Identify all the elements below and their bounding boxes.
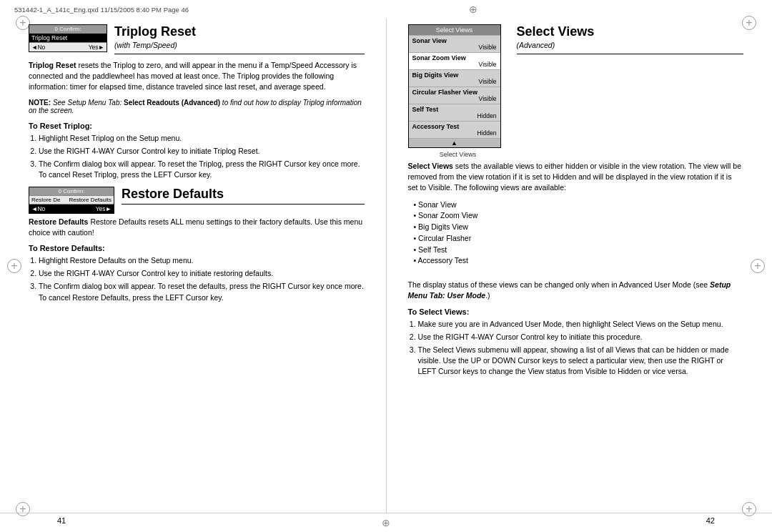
sv-row-sonar-zoom-view: Sonar Zoom View Visible (409, 52, 500, 69)
sv-row-big-digits-view: Big Digits View Visible (409, 69, 500, 87)
left-page-number: 41 (57, 516, 66, 529)
select-step-1: Make sure you are in Advanced User Mode,… (418, 319, 744, 330)
reset-step-3: The Confirm dialog box will appear. To r… (39, 159, 365, 180)
views-list: Sonar View Sonar Zoom View Big Digits Vi… (414, 200, 744, 267)
restore-step-3: The Confirm dialog box will appear. To r… (39, 281, 365, 302)
restore-device-box: 0 Confirm: Restore De Restore Defaults ◄… (29, 187, 114, 214)
sv-row-accessory-test: Accessory Test Hidden (409, 121, 500, 138)
restore-device-image: 0 Confirm: Restore De Restore Defaults ◄… (29, 187, 114, 214)
restore-step-2: Use the RIGHT 4-WAY Cursor Control key t… (39, 268, 365, 279)
restore-step-1: Highlight Restore Defaults on the Setup … (39, 255, 365, 266)
triplog-device-image: 0 Confirm: Triplog Reset ◄No Yes► (29, 24, 107, 52)
triplog-device-box: 0 Confirm: Triplog Reset ◄No Yes► (29, 24, 107, 52)
file-info: 531442-1_A_141c_Eng.qxd 11/15/2005 8:40 … (14, 6, 189, 14)
restore-row1: Restore De Restore Defaults (29, 195, 114, 204)
triplog-body: Triplog Reset resets the Triplog to zero… (29, 60, 365, 93)
view-item-self-test: Self Test (414, 245, 744, 256)
to-reset-heading: To Reset Triplog: (29, 122, 365, 130)
to-restore-heading: To Restore Defaults: (29, 244, 365, 252)
header-bar: 531442-1_A_141c_Eng.qxd 11/15/2005 8:40 … (0, 0, 772, 19)
right-page-number: 42 (706, 516, 715, 529)
page-container: 531442-1_A_141c_Eng.qxd 11/15/2005 8:40 … (0, 0, 772, 532)
sv-row-circular-flasher-view: Circular Flasher View Visible (409, 87, 500, 104)
triplog-note: NOTE: See Setup Menu Tab: Select Readout… (29, 99, 365, 114)
reset-steps-list: Highlight Reset Triplog on the Setup men… (39, 133, 365, 181)
triplog-bold: Triplog Reset (29, 61, 76, 69)
sv-row-self-test: Self Test Hidden (409, 104, 500, 121)
restore-divider (122, 204, 365, 205)
view-item-accessory-test: Accessory Test (414, 255, 744, 267)
select-step-3: The Select Views submenu will appear, sh… (418, 345, 744, 378)
right-page: Select Views Sonar View Visible Sonar Zo… (387, 19, 773, 513)
restore-body: Restore Defaults Restore Defaults resets… (29, 217, 365, 238)
select-views-divider (517, 54, 744, 54)
select-views-widget: Select Views Sonar View Visible Sonar Zo… (408, 24, 501, 148)
select-views-body: Select Views sets the available views to… (408, 161, 744, 194)
triplog-row-selected: Triplog Reset (29, 33, 107, 42)
sv-header: Select Views (409, 25, 500, 35)
restore-confirm-label: 0 Confirm: (29, 187, 114, 195)
select-steps-list: Make sure you are in Advanced User Mode,… (418, 319, 744, 378)
view-item-big-digits: Big Digits View (414, 222, 744, 233)
restore-row2: ◄No Yes► (29, 204, 114, 213)
reset-step-2: Use the RIGHT 4-WAY Cursor Control key t… (39, 146, 365, 157)
restore-steps-list: Highlight Restore Defaults on the Setup … (39, 255, 365, 303)
advanced-mode-text: The display status of these views can be… (408, 280, 744, 301)
restore-section: 0 Confirm: Restore De Restore Defaults ◄… (29, 187, 365, 217)
footer: 41 42 (0, 513, 772, 532)
view-item-sonar-zoom: Sonar Zoom View (414, 210, 744, 222)
to-select-heading: To Select Views: (408, 307, 744, 316)
left-page: 0 Confirm: Triplog Reset ◄No Yes► Triplo… (0, 19, 387, 513)
select-step-2: Use the RIGHT 4-WAY Cursor Control key t… (418, 332, 744, 343)
sv-row-sonar-view: Sonar View Visible (409, 35, 500, 52)
bottom-center-reg-mark (380, 516, 392, 529)
triplog-nav-row: ◄No Yes► (29, 42, 107, 51)
view-item-circular-flasher: Circular Flasher (414, 233, 744, 245)
triplog-confirm-label: 0 Confirm: (29, 25, 107, 33)
view-item-sonar: Sonar View (414, 200, 744, 211)
select-views-section: Select Views Sonar View Visible Sonar Zo… (408, 24, 744, 272)
sv-scroll-indicator: ▲ (409, 138, 500, 147)
select-views-widget-container: Select Views Sonar View Visible Sonar Zo… (408, 24, 508, 158)
top-center-reg-mark (467, 3, 480, 16)
triplog-divider (114, 54, 365, 54)
triplog-section: 0 Confirm: Triplog Reset ◄No Yes► Triplo… (29, 24, 365, 60)
reset-step-1: Highlight Reset Triplog on the Setup men… (39, 133, 365, 144)
main-content: 0 Confirm: Triplog Reset ◄No Yes► Triplo… (0, 19, 772, 513)
